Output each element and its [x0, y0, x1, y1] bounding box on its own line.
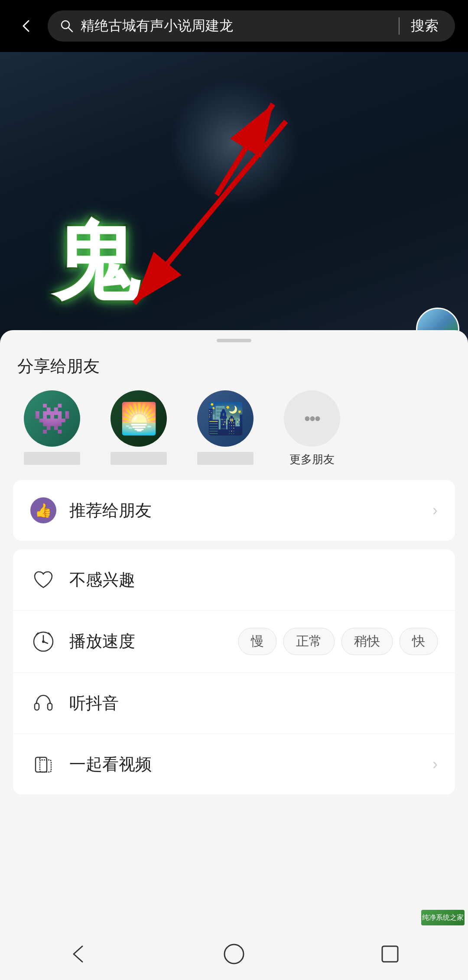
- nav-back-button[interactable]: [61, 937, 95, 971]
- svg-rect-11: [40, 760, 51, 772]
- navigation-bar: [0, 928, 468, 980]
- search-bar: 精绝古城有声小说周建龙 搜索: [0, 0, 468, 52]
- recommend-section: 👍 推荐给朋友 ›: [13, 480, 455, 541]
- friends-row: ••• 更多朋友: [0, 390, 468, 467]
- recommend-label: 推荐给朋友: [69, 500, 419, 522]
- sheet-title: 分享给朋友: [0, 355, 468, 377]
- thumbs-up-icon: 👍: [35, 502, 52, 519]
- friend-item-more[interactable]: ••• 更多朋友: [273, 390, 351, 467]
- back-button[interactable]: [13, 13, 39, 39]
- friend-name-3: [197, 452, 254, 465]
- watermark: 纯净系统之家: [421, 910, 465, 925]
- svg-rect-8: [35, 703, 39, 710]
- speed-slow[interactable]: 慢: [238, 628, 276, 655]
- actions-section: 不感兴趣 播放速度 慢 正常 稍快 快: [13, 549, 455, 795]
- search-button[interactable]: 搜索: [406, 16, 443, 36]
- friend-item-3[interactable]: [186, 390, 264, 467]
- watermark-text: 纯净系统之家: [422, 913, 464, 922]
- watch-together-arrow-icon: ›: [432, 755, 438, 773]
- friend-item-2[interactable]: [100, 390, 178, 467]
- friend-name-2: [110, 452, 167, 465]
- speed-fast[interactable]: 快: [400, 628, 438, 655]
- headphone-icon: [30, 690, 56, 716]
- svg-rect-10: [36, 757, 47, 772]
- friend-avatar-more: •••: [284, 390, 340, 447]
- playback-speed-label: 播放速度: [69, 630, 225, 652]
- watch-together-menu-item[interactable]: 一起看视频 ›: [13, 733, 455, 795]
- more-friends-label: 更多朋友: [284, 452, 340, 467]
- video-area: 鬼: [0, 0, 468, 355]
- speed-slightly-fast[interactable]: 稍快: [341, 628, 393, 655]
- listen-douyin-menu-item[interactable]: 听抖音: [13, 672, 455, 733]
- friend-avatar-3: [197, 390, 254, 447]
- nav-recent-button[interactable]: [373, 937, 407, 971]
- heart-outline-icon: [30, 567, 56, 593]
- friend-item-1[interactable]: [13, 390, 91, 467]
- sheet-handle: [217, 339, 251, 342]
- recommend-menu-item[interactable]: 👍 推荐给朋友 ›: [13, 480, 455, 541]
- recommend-arrow-icon: ›: [432, 501, 438, 519]
- svg-rect-14: [382, 946, 398, 962]
- playback-speed-menu-item[interactable]: 播放速度 慢 正常 稍快 快: [13, 610, 455, 672]
- not-interested-label: 不感兴趣: [69, 569, 438, 591]
- search-query-text: 精绝古城有声小说周建龙: [81, 16, 392, 36]
- search-input-wrap[interactable]: 精绝古城有声小说周建龙 搜索: [48, 10, 455, 42]
- speed-normal[interactable]: 正常: [283, 628, 335, 655]
- watch-together-label: 一起看视频: [69, 753, 419, 776]
- search-divider: [399, 17, 400, 35]
- svg-point-13: [224, 944, 244, 964]
- listen-douyin-label: 听抖音: [69, 692, 438, 714]
- svg-line-1: [68, 28, 72, 32]
- not-interested-menu-item[interactable]: 不感兴趣: [13, 549, 455, 610]
- ghost-character: 鬼: [52, 204, 139, 321]
- playback-speed-icon: [30, 629, 56, 655]
- more-dots-icon: •••: [304, 409, 320, 428]
- bottom-sheet: 分享给朋友 ••• 更多朋友 👍 推荐给朋友 ›: [0, 330, 468, 980]
- svg-rect-9: [48, 703, 52, 710]
- nav-home-button[interactable]: [217, 937, 251, 971]
- search-icon: [60, 19, 74, 33]
- video-background: 鬼: [0, 52, 468, 355]
- svg-point-7: [42, 640, 45, 643]
- friend-avatar-2: [110, 390, 167, 447]
- friend-name-1: [24, 452, 80, 465]
- friend-avatar-1: [24, 390, 80, 447]
- speed-options: 慢 正常 稍快 快: [238, 628, 438, 655]
- recommend-icon: 👍: [30, 497, 56, 523]
- watch-together-icon: [30, 751, 56, 777]
